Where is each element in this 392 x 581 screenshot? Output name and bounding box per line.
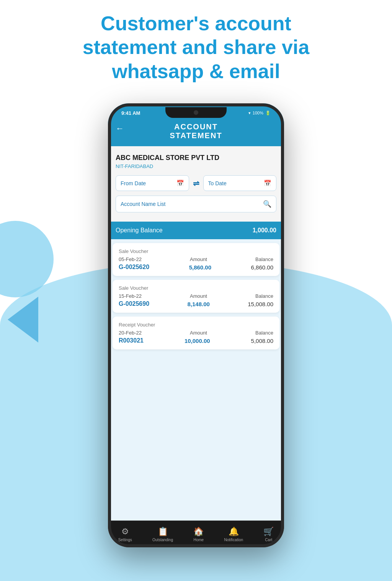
phone-frame: 9:41 AM ▾ 100% 🔋 ← ACCOUNT STATEMENT ABC… [108,103,284,547]
txn-type: Sale Voucher [119,248,273,254]
nav-outstanding-label: Outstanding [152,538,173,542]
txn-data-row: G-0025690 8,148.00 15,008.00 [119,300,273,307]
nav-cart[interactable]: 🛒 Cart [263,527,274,542]
txn-type: Sale Voucher [119,285,273,291]
phone-notch [165,107,227,118]
txn-balance-value: 6,860.00 [251,264,273,271]
txn-date: 05-Feb-22 [119,256,142,262]
header-title: ACCOUNT STATEMENT [170,122,222,140]
opening-balance-bar: Opening Balance 1,000.00 [108,222,284,239]
search-placeholder: Account Name List [121,201,166,207]
cart-icon: 🛒 [263,527,274,537]
txn-balance-header: Balance [255,330,273,336]
txn-data-row: R003021 10,000.00 5,008.00 [119,337,273,344]
txn-amount-value: 5,860.00 [189,264,211,271]
nav-outstanding[interactable]: 📋 Outstanding [152,527,173,542]
date-row: From Date 📅 ⇌ To Date 📅 [116,175,276,191]
txn-date: 20-Feb-22 [119,330,142,336]
headline-section: Customer's account statement and share v… [0,11,392,83]
txn-header-row: 15-Feb-22 Amount Balance [119,293,273,299]
company-name: ABC MEDICAL STORE PVT LTD [116,154,276,162]
txn-balance-value: 15,008.00 [248,301,273,307]
txn-voucher-number: G-0025620 [119,264,149,271]
txn-amount-header: Amount [190,256,207,262]
nav-home[interactable]: 🏠 Home [193,527,204,542]
from-date-label: From Date [121,180,146,186]
account-name-search[interactable]: Account Name List 🔍 [116,196,276,212]
nav-cart-label: Cart [265,538,272,542]
signal-strength: 100% [253,111,263,115]
txn-amount-value: 10,000.00 [185,338,210,344]
txn-voucher-number: R003021 [119,337,144,344]
to-date-field[interactable]: To Date 📅 [203,175,277,191]
settings-icon: ⚙ [121,527,129,537]
transactions-list: Sale Voucher 05-Feb-22 Amount Balance G-… [108,239,284,357]
outstanding-icon: 📋 [158,527,168,537]
from-date-field[interactable]: From Date 📅 [116,175,189,191]
app-content: ABC MEDICAL STORE PVT LTD NIT-FARIDABAD … [108,146,284,384]
headline-text: Customer's account statement and share v… [23,11,369,83]
account-card: ABC MEDICAL STORE PVT LTD NIT-FARIDABAD … [108,146,284,222]
txn-balance-header: Balance [255,293,273,299]
nav-settings-label: Settings [118,538,132,542]
txn-voucher-number: G-0025690 [119,300,149,307]
back-button[interactable]: ← [116,124,124,134]
notification-icon: 🔔 [229,527,239,537]
home-icon: 🏠 [193,527,204,537]
opening-balance-value: 1,000.00 [253,227,276,234]
status-time: 9:41 AM [121,110,140,116]
blue-arrow-decoration [8,297,38,343]
txn-balance-header: Balance [255,256,273,262]
wifi-icon: ▾ [248,111,251,116]
txn-amount-value: 8,148.00 [187,301,209,307]
nav-notification[interactable]: 🔔 Notification [224,527,243,542]
txn-type: Receipt Voucher [119,322,273,328]
camera-lens [194,110,198,115]
txn-header-row: 20-Feb-22 Amount Balance [119,330,273,336]
to-date-calendar-icon: 📅 [264,180,271,187]
transaction-card[interactable]: Receipt Voucher 20-Feb-22 Amount Balance… [113,317,279,349]
swap-dates-icon[interactable]: ⇌ [193,179,199,188]
txn-balance-value: 5,008.00 [251,338,273,344]
status-icons: ▾ 100% 🔋 [248,111,271,116]
transaction-card[interactable]: Sale Voucher 15-Feb-22 Amount Balance G-… [113,280,279,313]
transaction-card[interactable]: Sale Voucher 05-Feb-22 Amount Balance G-… [113,243,279,276]
nav-home-label: Home [193,538,204,542]
nav-settings[interactable]: ⚙ Settings [118,527,132,542]
from-date-calendar-icon: 📅 [176,180,184,187]
txn-amount-header: Amount [190,330,207,336]
app-screen: 9:41 AM ▾ 100% 🔋 ← ACCOUNT STATEMENT ABC… [108,103,284,547]
txn-date: 15-Feb-22 [119,293,142,299]
search-icon[interactable]: 🔍 [263,200,271,208]
opening-balance-label: Opening Balance [116,227,163,234]
company-location: NIT-FARIDABAD [116,163,276,169]
txn-header-row: 05-Feb-22 Amount Balance [119,256,273,262]
txn-data-row: G-0025620 5,860.00 6,860.00 [119,264,273,271]
nav-notification-label: Notification [224,538,243,542]
txn-amount-header: Amount [190,293,207,299]
battery-icon: 🔋 [265,111,271,116]
bottom-navigation: ⚙ Settings 📋 Outstanding 🏠 Home 🔔 Notifi… [108,521,284,547]
to-date-label: To Date [208,180,227,186]
